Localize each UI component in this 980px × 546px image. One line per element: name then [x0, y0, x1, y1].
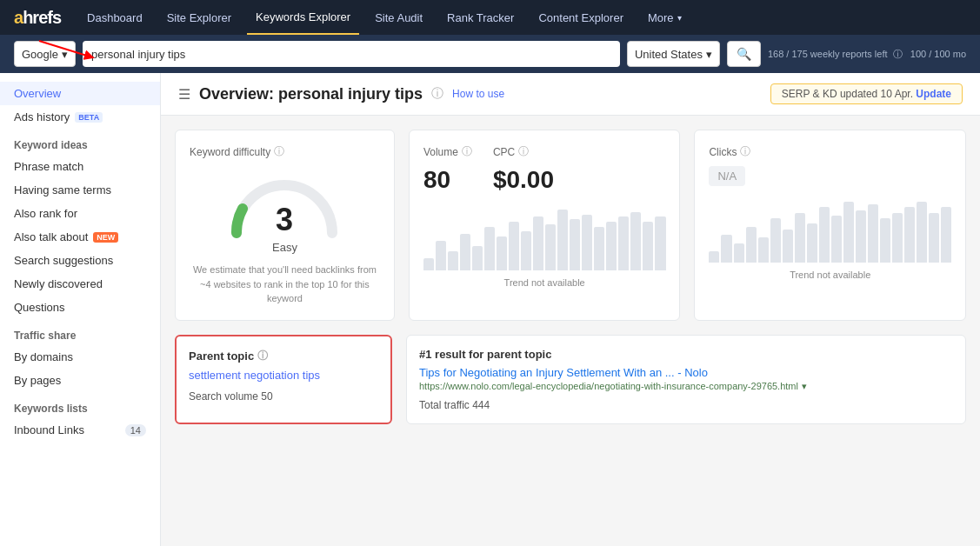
bar — [758, 237, 769, 263]
country-select[interactable]: United States ▾ — [627, 41, 720, 67]
parent-topic-link[interactable]: settlement negotiation tips — [189, 369, 378, 382]
nav-dashboard[interactable]: Dashboard — [78, 0, 151, 35]
bar — [594, 227, 604, 270]
sidebar-item-phrase-match[interactable]: Phrase match — [0, 155, 160, 178]
sidebar-item-also-talk-about[interactable]: Also talk about NEW — [0, 225, 160, 249]
sidebar-item-overview[interactable]: Overview — [0, 82, 160, 105]
bar — [545, 224, 556, 270]
search-input[interactable]: personal injury tips — [91, 48, 611, 61]
metrics-grid: Keyword difficulty ⓘ 3 Easy We esti — [161, 116, 980, 335]
metric-inline: Volume ⓘ 80 CPC ⓘ $0.00 — [423, 144, 666, 194]
kd-gauge-svg: 3 — [223, 168, 345, 237]
bar — [807, 223, 817, 263]
clicks-value: N/A — [709, 166, 745, 186]
bar — [770, 218, 781, 263]
sidebar-item-having-same-terms[interactable]: Having same terms — [0, 178, 160, 202]
how-to-use-link[interactable]: How to use — [452, 88, 504, 100]
parent-topic-title: Parent topic ⓘ — [189, 349, 378, 363]
sidebar-item-by-pages[interactable]: By pages — [0, 369, 160, 392]
bar — [460, 234, 470, 270]
top-nav: ahrefs Dashboard Site Explorer Keywords … — [0, 0, 980, 35]
bar — [746, 227, 757, 263]
sidebar-section-keyword-ideas: Keyword ideas — [0, 129, 160, 155]
help-icon[interactable]: ⓘ — [257, 349, 268, 363]
bar — [509, 222, 519, 270]
nav-site-audit[interactable]: Site Audit — [366, 0, 431, 35]
reports-info: 168 / 175 weekly reports left ⓘ 100 / 10… — [768, 48, 966, 61]
chevron-down-icon[interactable]: ▾ — [802, 381, 807, 392]
sidebar-item-ads-history[interactable]: Ads history BETA — [0, 105, 160, 129]
kd-description: We estimate that you'll need backlinks f… — [190, 263, 380, 306]
bar — [448, 251, 458, 270]
volume-section: Volume ⓘ 80 — [423, 144, 472, 194]
kd-gauge-wrapper: 3 Easy — [190, 168, 380, 254]
nav-more[interactable]: More ▾ — [639, 0, 690, 35]
search-icon: 🔍 — [737, 47, 751, 61]
bar — [892, 213, 903, 263]
engine-select[interactable]: Google ▾ — [14, 41, 76, 67]
help-icon[interactable]: ⓘ — [274, 144, 284, 159]
kd-label: Keyword difficulty ⓘ — [190, 144, 380, 159]
volume-label: Volume ⓘ — [423, 144, 472, 159]
update-badge: SERP & KD updated 10 Apr. Update — [770, 83, 963, 104]
main-content: ☰ Overview: personal injury tips ⓘ How t… — [161, 73, 980, 546]
kd-card: Keyword difficulty ⓘ 3 Easy We esti — [175, 130, 395, 321]
help-icon[interactable]: ⓘ — [431, 86, 443, 102]
bar — [630, 212, 641, 270]
hamburger-icon[interactable]: ☰ — [178, 86, 190, 103]
main-layout: Overview Ads history BETA Keyword ideas … — [0, 73, 980, 546]
nav-rank-tracker[interactable]: Rank Tracker — [438, 0, 523, 35]
clicks-trend-chart — [709, 193, 951, 263]
bar — [557, 210, 568, 270]
sidebar-item-also-rank-for[interactable]: Also rank for — [0, 202, 160, 225]
cpc-label: CPC ⓘ — [493, 144, 554, 159]
bar — [643, 222, 653, 270]
sidebar-section-traffic-share: Traffic share — [0, 319, 160, 345]
update-link[interactable]: Update — [916, 88, 951, 100]
bar — [436, 241, 446, 270]
sidebar-section-keywords-lists: Keywords lists — [0, 392, 160, 418]
sidebar-item-search-suggestions[interactable]: Search suggestions — [0, 249, 160, 272]
nav-content-explorer[interactable]: Content Explorer — [530, 0, 632, 35]
chevron-down-icon: ▾ — [62, 48, 68, 61]
bar — [497, 236, 507, 270]
svg-text:3: 3 — [276, 202, 293, 237]
nav-site-explorer[interactable]: Site Explorer — [158, 0, 240, 35]
clicks-card: Clicks ⓘ N/A Trend not available — [694, 130, 966, 321]
content-header: ☰ Overview: personal injury tips ⓘ How t… — [161, 73, 980, 116]
bar — [929, 213, 939, 263]
sidebar-item-newly-discovered[interactable]: Newly discovered — [0, 272, 160, 296]
bar — [472, 246, 483, 270]
bar — [570, 219, 580, 270]
help-icon[interactable]: ⓘ — [740, 144, 750, 159]
first-result-title: #1 result for parent topic — [419, 348, 953, 361]
nav-keywords-explorer[interactable]: Keywords Explorer — [247, 0, 359, 35]
bar — [917, 202, 927, 263]
volume-cpc-card: Volume ⓘ 80 CPC ⓘ $0.00 Trend not av — [409, 130, 681, 321]
bar — [819, 207, 830, 263]
bar — [831, 216, 842, 263]
bar — [618, 216, 629, 270]
logo[interactable]: ahrefs — [14, 8, 61, 28]
inbound-links-count: 14 — [125, 424, 146, 436]
clicks-label: Clicks ⓘ — [709, 144, 951, 159]
bar — [941, 207, 951, 263]
first-result-link[interactable]: Tips for Negotiating an Injury Settlemen… — [419, 366, 953, 379]
help-icon[interactable]: ⓘ — [518, 144, 529, 159]
first-result-traffic: Total traffic 444 — [419, 399, 953, 411]
new-badge: NEW — [93, 232, 118, 243]
bar — [843, 202, 854, 263]
search-button[interactable]: 🔍 — [727, 41, 761, 67]
help-icon[interactable]: ⓘ — [462, 144, 472, 159]
sidebar-item-by-domains[interactable]: By domains — [0, 345, 160, 369]
sidebar-item-questions[interactable]: Questions — [0, 296, 160, 319]
bar — [484, 227, 495, 270]
clicks-trend-label: Trend not available — [709, 270, 951, 280]
search-input-wrapper: personal injury tips — [83, 41, 620, 67]
beta-badge: BETA — [75, 112, 103, 123]
sidebar-item-inbound-links[interactable]: Inbound Links 14 — [0, 418, 160, 442]
bar — [655, 216, 665, 270]
chevron-down-icon: ▾ — [677, 13, 682, 23]
cpc-section: CPC ⓘ $0.00 — [493, 144, 554, 194]
bar — [721, 235, 731, 263]
